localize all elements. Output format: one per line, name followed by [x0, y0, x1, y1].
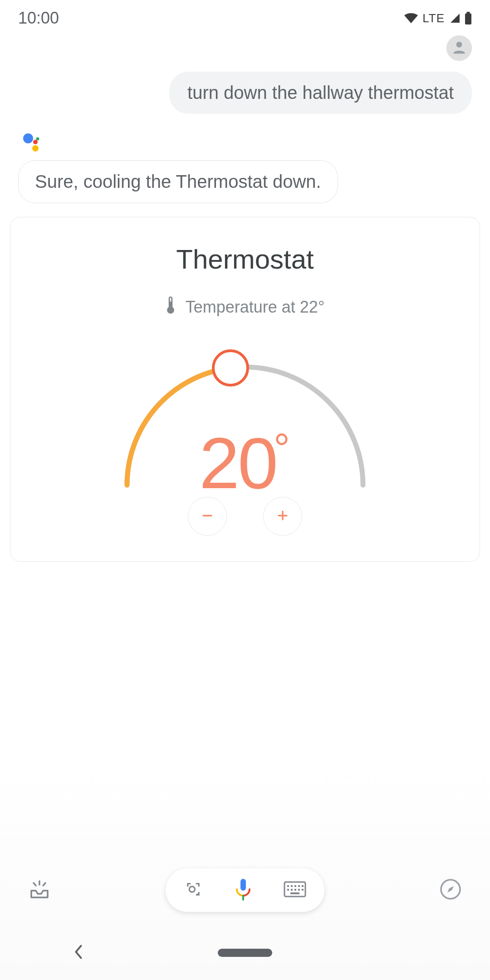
assistant-message-bubble: Sure, cooling the Thermostat down. [18, 160, 338, 203]
svg-rect-28 [291, 889, 293, 891]
temperature-dial[interactable]: 20° [104, 331, 386, 494]
svg-point-2 [456, 42, 462, 48]
degree-symbol: ° [274, 426, 288, 471]
svg-point-17 [189, 887, 195, 892]
cellular-signal-icon [449, 13, 461, 24]
assistant-input-bar [0, 767, 490, 980]
current-temperature-label: Temperature at 22° [186, 298, 325, 317]
status-bar: 10:00 LTE [0, 0, 490, 32]
google-lens-button[interactable] [184, 880, 203, 901]
svg-point-10 [213, 351, 248, 385]
svg-rect-9 [170, 298, 171, 302]
microphone-button[interactable] [233, 877, 254, 903]
user-avatar[interactable] [446, 35, 472, 61]
thermostat-title: Thermostat [24, 244, 466, 275]
android-nav-bar [0, 939, 490, 966]
updates-button[interactable] [27, 878, 52, 902]
network-type-label: LTE [422, 11, 445, 25]
minus-icon [200, 508, 215, 524]
svg-rect-24 [294, 885, 296, 887]
svg-point-8 [167, 307, 174, 314]
user-message-bubble: turn down the hallway thermostat [169, 72, 472, 114]
svg-rect-29 [294, 889, 296, 891]
svg-rect-1 [467, 12, 470, 14]
svg-rect-26 [302, 885, 304, 887]
setpoint-display: 20° [104, 421, 386, 505]
svg-point-18 [197, 893, 199, 895]
wifi-icon [404, 13, 418, 24]
svg-line-16 [43, 883, 45, 886]
plus-icon [275, 508, 290, 524]
microphone-icon [233, 895, 254, 902]
current-temperature-row: Temperature at 22° [24, 296, 466, 318]
svg-rect-0 [465, 14, 471, 25]
chevron-left-icon [73, 954, 84, 961]
compass-icon [439, 878, 462, 902]
svg-rect-27 [287, 889, 289, 891]
person-icon [451, 39, 467, 57]
status-time: 10:00 [18, 9, 59, 28]
svg-point-3 [23, 133, 33, 143]
thermostat-card: Thermostat Temperature at 22° 20° [10, 217, 480, 562]
inbox-shine-icon [29, 878, 50, 902]
assistant-message-text: Sure, cooling the Thermostat down. [35, 172, 321, 191]
thermometer-icon [166, 296, 176, 318]
svg-line-15 [34, 883, 36, 886]
svg-point-5 [33, 140, 38, 144]
svg-rect-31 [302, 889, 304, 891]
battery-icon [465, 12, 472, 24]
svg-rect-11 [202, 515, 212, 516]
lens-icon [184, 892, 203, 900]
svg-point-4 [36, 137, 39, 141]
keyboard-icon [284, 891, 306, 899]
nav-back-button[interactable] [73, 944, 84, 962]
svg-point-6 [32, 145, 39, 152]
conversation-area: turn down the hallway thermostat Sure, c… [0, 32, 490, 203]
svg-rect-19 [240, 879, 246, 891]
nav-home-pill[interactable] [218, 949, 272, 957]
google-assistant-icon [22, 132, 42, 152]
setpoint-value: 20 [199, 422, 276, 504]
keyboard-button[interactable] [284, 881, 306, 899]
user-message-text: turn down the hallway thermostat [187, 83, 454, 103]
assistant-row: Sure, cooling the Thermostat down. [18, 132, 472, 203]
svg-rect-22 [287, 885, 289, 887]
svg-rect-32 [290, 892, 299, 894]
input-pill [166, 868, 324, 912]
status-icons: LTE [404, 11, 472, 25]
svg-rect-30 [298, 889, 300, 891]
svg-rect-25 [298, 885, 300, 887]
svg-rect-13 [282, 510, 283, 520]
svg-rect-23 [291, 885, 293, 887]
explore-button[interactable] [438, 878, 463, 902]
